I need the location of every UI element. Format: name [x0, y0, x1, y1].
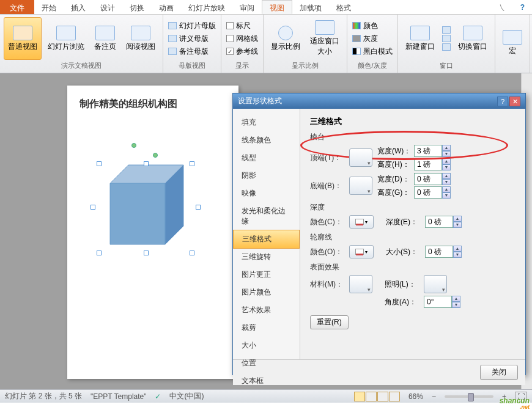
menu-tab-slideshow[interactable]: 幻灯片放映	[181, 0, 232, 14]
resize-handle[interactable]	[97, 161, 102, 166]
resize-handle[interactable]	[190, 161, 194, 166]
slide-master-button[interactable]: 幻灯片母版	[167, 20, 217, 32]
top-bevel-preset[interactable]	[349, 148, 372, 167]
menu-tab-home[interactable]: 开始	[34, 0, 64, 14]
nav-picture-corrections[interactable]: 图片更正	[233, 266, 300, 284]
slide-title: 制作精美的组织机构图	[79, 98, 226, 111]
resize-handle[interactable]	[190, 251, 194, 255]
normal-view-icon[interactable]	[354, 392, 365, 401]
template-name: "EPPT Template"	[91, 392, 146, 401]
nav-3d-format[interactable]: 三维格式	[233, 230, 300, 249]
new-window-button[interactable]: 新建窗口	[402, 17, 438, 60]
move-split-icon[interactable]	[442, 43, 451, 51]
menu-tab-animation[interactable]: 动画	[152, 0, 181, 14]
ruler-checkbox[interactable]: 标尺	[225, 20, 259, 32]
color-label: 颜色(C)：	[310, 217, 344, 227]
status-bar: 幻灯片 第 2 张，共 5 张 "EPPT Template" ✓ 中文(中国)…	[0, 389, 532, 403]
rotation-handle[interactable]	[131, 143, 136, 148]
zoom-button[interactable]: 显示比例	[267, 17, 304, 60]
dialog-help-icon[interactable]: ?	[497, 97, 508, 106]
contour-size-spinner[interactable]: ▲▼	[425, 246, 462, 258]
close-button[interactable]: 关闭	[480, 365, 518, 380]
blackwhite-button[interactable]: 黑白模式	[351, 46, 394, 57]
zoom-out-icon[interactable]: −	[432, 392, 436, 401]
reading-view-button[interactable]: 阅读视图	[122, 17, 159, 60]
menu-tab-addins[interactable]: 加载项	[292, 0, 329, 14]
language-indicator[interactable]: 中文(中国)	[169, 391, 204, 401]
menu-tab-format[interactable]: 格式	[329, 0, 358, 14]
selected-shape[interactable]	[86, 147, 208, 269]
menu-tab-design[interactable]: 设计	[93, 0, 122, 14]
nav-3d-rotation[interactable]: 三维旋转	[233, 248, 300, 266]
menu-tab-review[interactable]: 审阅	[232, 0, 262, 14]
nav-line-style[interactable]: 线型	[233, 149, 300, 167]
reading-view-label: 阅读视图	[126, 42, 155, 52]
depth-spinner[interactable]: ▲▼	[425, 216, 462, 228]
bottom-width-spinner[interactable]: ▲▼	[414, 173, 451, 185]
notes-page-button[interactable]: 备注页	[91, 17, 120, 60]
nav-picture-color[interactable]: 图片颜色	[233, 284, 300, 301]
handout-master-button[interactable]: 讲义母版	[167, 33, 217, 45]
dialog-close-icon[interactable]: ✕	[509, 97, 520, 106]
menu-tab-view[interactable]: 视图	[262, 0, 292, 14]
depth-color-picker[interactable]: ▾	[349, 215, 374, 229]
switch-window-button[interactable]: 切换窗口	[454, 17, 491, 60]
grayscale-button[interactable]: 灰度	[351, 33, 394, 45]
nav-size[interactable]: 大小	[233, 337, 300, 354]
reading-view-icon[interactable]	[377, 392, 388, 401]
sorter-view-icon[interactable]	[366, 392, 377, 401]
macros-button[interactable]: 宏	[499, 17, 526, 69]
nav-position[interactable]: 位置	[233, 354, 300, 372]
resize-handle[interactable]	[144, 161, 149, 166]
top-height-spinner[interactable]: ▲▼	[414, 158, 451, 170]
guides-checkbox[interactable]: ✓参考线	[225, 46, 259, 57]
dialog-title: 设置形状格式	[238, 96, 282, 106]
material-preset[interactable]	[349, 275, 372, 293]
resize-handle[interactable]	[91, 205, 95, 210]
nav-reflection[interactable]: 映像	[233, 185, 300, 202]
slideshow-view-icon[interactable]	[389, 392, 400, 401]
reset-button[interactable]: 重置(R)	[310, 315, 349, 329]
watermark: shancun.net	[500, 394, 530, 410]
help-icon[interactable]: ?	[513, 0, 532, 14]
zoom-level[interactable]: 66%	[408, 392, 423, 401]
nav-crop[interactable]: 裁剪	[233, 319, 300, 337]
gridlines-checkbox[interactable]: 网格线	[225, 33, 259, 45]
resize-handle[interactable]	[144, 251, 149, 255]
top-width-spinner[interactable]: ▲▼	[414, 145, 451, 157]
ribbon: 普通视图 幻灯片浏览 备注页 阅读视图 演示文稿视图 幻灯片母版 讲义母版 备注…	[0, 15, 532, 73]
lighting-label: 照明(L)：	[385, 279, 419, 290]
nav-shadow[interactable]: 阴影	[233, 167, 300, 185]
resize-handle[interactable]	[196, 205, 201, 210]
bottom-height-spinner[interactable]: ▲▼	[414, 186, 451, 199]
nav-line-color[interactable]: 线条颜色	[233, 131, 300, 149]
contour-color-picker[interactable]: ▾	[349, 245, 374, 258]
menu-tab-insert[interactable]: 插入	[64, 0, 93, 14]
rotation-handle[interactable]	[153, 153, 158, 158]
zoom-slider[interactable]	[445, 395, 493, 398]
slide-sorter-label: 幻灯片浏览	[48, 42, 84, 52]
fit-to-window-button[interactable]: 适应窗口大小	[306, 17, 343, 60]
view-buttons	[354, 392, 400, 401]
normal-view-button[interactable]: 普通视图	[4, 17, 42, 60]
bottom-bevel-preset[interactable]	[349, 177, 372, 195]
notes-master-button[interactable]: 备注母版	[167, 46, 217, 57]
angle-spinner[interactable]: ▲▼	[424, 296, 460, 308]
slide-canvas[interactable]: 制作精美的组织机构图	[67, 86, 238, 379]
dialog-titlebar[interactable]: 设置形状格式 ? ✕	[233, 93, 525, 109]
color-button[interactable]: 颜色	[351, 20, 394, 32]
cascade-icon[interactable]	[442, 35, 451, 42]
menu-tab-transition[interactable]: 切换	[122, 0, 152, 14]
arrange-icon[interactable]	[442, 26, 451, 34]
slide-sorter-button[interactable]: 幻灯片浏览	[44, 17, 88, 60]
menu-file[interactable]: 文件	[0, 0, 34, 14]
nav-fill[interactable]: 填充	[233, 114, 300, 131]
resize-handle[interactable]	[97, 251, 102, 255]
format-shape-dialog: 设置形状格式 ? ✕ 填充 线条颜色 线型 阴影 映像 发光和柔化边缘 三维格式…	[232, 93, 526, 375]
lighting-preset[interactable]	[424, 275, 447, 293]
minimize-ribbon-icon[interactable]: ㇏	[491, 0, 513, 14]
nav-artistic-effects[interactable]: 艺术效果	[233, 301, 300, 319]
spellcheck-icon[interactable]: ✓	[155, 392, 161, 401]
nav-glow[interactable]: 发光和柔化边缘	[233, 202, 300, 230]
nav-textbox[interactable]: 文本框	[233, 372, 300, 390]
